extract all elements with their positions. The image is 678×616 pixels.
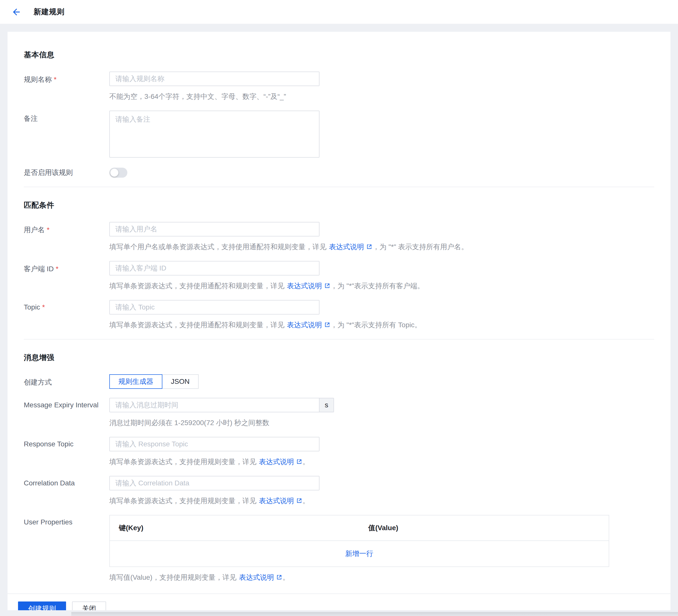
expression-doc-link[interactable]: 表达式说明 — [287, 321, 331, 329]
expression-doc-link[interactable]: 表达式说明 — [239, 574, 282, 581]
add-row-link[interactable]: 新增一行 — [345, 549, 373, 559]
creation-method-label: 创建方式 — [24, 374, 109, 387]
external-link-icon — [324, 282, 331, 289]
topic-helper: 填写单条资源表达式，支持使用通配符和规则变量，详见表达式说明，为 "*"表示支持… — [109, 320, 654, 330]
username-label: 用户名* — [24, 222, 109, 235]
user-properties-helper: 填写值(Value)，支持使用规则变量，详见表达式说明。 — [109, 573, 654, 582]
section-title-basic: 基本信息 — [24, 50, 654, 60]
section-divider — [24, 339, 654, 340]
required-asterisk: * — [47, 226, 49, 234]
creation-method-row: 创建方式 规则生成器 JSON — [24, 374, 654, 389]
external-link-icon — [366, 243, 373, 250]
enable-rule-label: 是否启用该规则 — [24, 168, 109, 178]
topic-label: Topic* — [24, 300, 109, 311]
enable-rule-toggle[interactable] — [109, 168, 127, 178]
username-row: 用户名* 填写单个用户名或单条资源表达式，支持使用通配符和规则变量，详见表达式说… — [24, 222, 654, 252]
rule-name-row: 规则名称* 不能为空，3-64个字符，支持中文、字母、数字、“-”及“_” — [24, 72, 654, 102]
client-id-row: 客户端 ID* 填写单条资源表达式，支持使用通配符和规则变量，详见表达式说明，为… — [24, 261, 654, 291]
section-title-match: 匹配条件 — [24, 200, 654, 210]
required-asterisk: * — [54, 76, 57, 83]
create-rule-button[interactable]: 创建规则 — [18, 602, 66, 610]
seconds-unit-suffix: s — [319, 398, 334, 412]
client-id-input[interactable] — [109, 261, 319, 275]
page-title: 新建规则 — [34, 7, 65, 17]
topbar: 新建规则 — [0, 0, 678, 24]
topic-row: Topic* 填写单条资源表达式，支持使用通配符和规则变量，详见表达式说明，为 … — [24, 300, 654, 330]
toggle-knob — [110, 169, 118, 177]
user-properties-row: User Properties 键(Key) 值(Value) 新增一行 填写值… — [24, 515, 654, 582]
remark-row: 备注 — [24, 111, 654, 159]
correlation-data-label: Correlation Data — [24, 476, 109, 487]
user-properties-empty-row: 新增一行 — [110, 540, 609, 567]
expression-doc-link[interactable]: 表达式说明 — [259, 497, 302, 505]
required-asterisk: * — [56, 265, 59, 273]
message-expiry-input[interactable] — [109, 398, 319, 412]
creation-method-tabs: 规则生成器 JSON — [109, 374, 654, 389]
external-link-icon — [276, 574, 282, 580]
expression-doc-link[interactable]: 表达式说明 — [287, 282, 331, 290]
enable-rule-row: 是否启用该规则 — [24, 168, 654, 178]
external-link-icon — [296, 497, 302, 504]
tab-rule-builder[interactable]: 规则生成器 — [109, 374, 162, 389]
correlation-data-row: Correlation Data 填写单条资源表达式，支持使用规则变量，详见表达… — [24, 476, 654, 506]
external-link-icon — [324, 321, 331, 328]
remark-textarea[interactable] — [109, 111, 319, 158]
value-column-header: 值(Value) — [359, 523, 609, 533]
message-expiry-row: Message Expiry Interval s 消息过期时间必须在 1-25… — [24, 398, 654, 428]
username-helper: 填写单个用户名或单条资源表达式，支持使用通配符和规则变量，详见表达式说明，为 "… — [109, 242, 654, 252]
page-body: 基本信息 规则名称* 不能为空，3-64个字符，支持中文、字母、数字、“-”及“… — [0, 24, 678, 610]
correlation-data-input[interactable] — [109, 476, 319, 490]
user-properties-table: 键(Key) 值(Value) 新增一行 — [109, 515, 609, 567]
back-arrow-icon[interactable] — [11, 6, 22, 17]
rule-name-helper: 不能为空，3-64个字符，支持中文、字母、数字、“-”及“_” — [109, 91, 654, 102]
response-topic-input[interactable] — [109, 437, 319, 451]
correlation-data-helper: 填写单条资源表达式，支持使用规则变量，详见表达式说明。 — [109, 496, 654, 506]
close-button[interactable]: 关闭 — [72, 602, 106, 610]
tab-json[interactable]: JSON — [162, 374, 199, 389]
user-properties-label: User Properties — [24, 515, 109, 526]
response-topic-label: Response Topic — [24, 437, 109, 448]
message-expiry-helper: 消息过期时间必须在 1-259200(72 小时) 秒之间整数 — [109, 418, 654, 428]
form-card: 基本信息 规则名称* 不能为空，3-64个字符，支持中文、字母、数字、“-”及“… — [7, 32, 671, 610]
topic-input[interactable] — [109, 300, 319, 314]
expression-doc-link[interactable]: 表达式说明 — [259, 458, 302, 466]
expression-doc-link[interactable]: 表达式说明 — [329, 243, 373, 251]
response-topic-row: Response Topic 填写单条资源表达式，支持使用规则变量，详见表达式说… — [24, 437, 654, 467]
response-topic-helper: 填写单条资源表达式，支持使用规则变量，详见表达式说明。 — [109, 457, 654, 467]
section-title-enhance: 消息增强 — [24, 352, 654, 363]
rule-name-input[interactable] — [109, 72, 319, 86]
key-column-header: 键(Key) — [110, 523, 359, 533]
horizontal-scrollbar[interactable] — [71, 612, 678, 616]
message-expiry-label: Message Expiry Interval — [24, 398, 109, 409]
client-id-helper: 填写单条资源表达式，支持使用通配符和规则变量，详见表达式说明，为 "*"表示支持… — [109, 281, 654, 291]
remark-label: 备注 — [24, 111, 109, 123]
section-divider — [24, 187, 654, 187]
rule-name-label: 规则名称* — [24, 72, 109, 84]
required-asterisk: * — [42, 303, 45, 311]
client-id-label: 客户端 ID* — [24, 261, 109, 274]
form-footer: 创建规则 关闭 — [7, 593, 671, 610]
external-link-icon — [296, 458, 302, 465]
username-input[interactable] — [109, 222, 319, 236]
user-properties-header: 键(Key) 值(Value) — [110, 515, 609, 540]
